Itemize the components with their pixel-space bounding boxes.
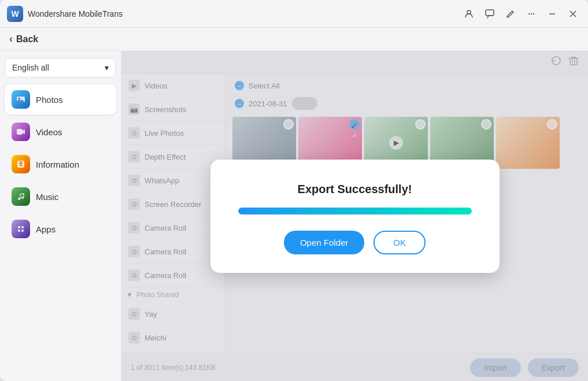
apps-icon (12, 220, 30, 238)
svg-point-4 (533, 13, 534, 14)
svg-point-19 (18, 230, 20, 232)
title-bar: W Wondershare MobileTrans (0, 0, 588, 28)
svg-point-17 (18, 226, 20, 228)
music-icon (12, 187, 30, 206)
svg-point-18 (21, 226, 24, 228)
modal-actions: Open Folder OK (284, 231, 426, 254)
menu-icon-btn[interactable] (523, 6, 539, 22)
main-content: ▶ Videos 📷 Screenshots ⊙ Live Photos ⊙ D… (121, 51, 588, 381)
sidebar-item-photos[interactable]: Photos (5, 84, 116, 114)
progress-bar-fill (238, 208, 472, 214)
chat-icon-btn[interactable] (482, 6, 498, 22)
svg-point-0 (467, 10, 471, 14)
dropdown-value: English all (12, 63, 49, 72)
content-area: English all ▾ Photos (0, 51, 588, 381)
progress-bar-container (238, 208, 472, 214)
svg-point-3 (531, 13, 532, 14)
videos-icon (12, 123, 30, 141)
sidebar-item-apps[interactable]: Apps (5, 214, 116, 244)
ok-button[interactable]: OK (373, 231, 426, 254)
sidebar-item-information-label: Information (36, 160, 79, 169)
modal-title: Export Successfully! (298, 183, 412, 196)
svg-point-20 (21, 230, 24, 232)
svg-rect-10 (17, 129, 23, 135)
sidebar-item-music[interactable]: Music (5, 182, 116, 212)
title-bar-controls (461, 6, 581, 22)
app-window: W Wondershare MobileTrans (0, 0, 588, 381)
information-icon (12, 155, 30, 173)
modal-overlay: Export Successfully! Open Folder OK (121, 51, 588, 381)
svg-point-2 (528, 13, 530, 14)
svg-rect-13 (19, 165, 23, 166)
person-icon-btn[interactable] (461, 6, 477, 22)
app-icon: W (7, 6, 23, 22)
sidebar-item-photos-label: Photos (36, 95, 63, 105)
back-label: Back (16, 34, 38, 45)
app-title: Wondershare MobileTrans (28, 9, 461, 19)
chevron-down-icon: ▾ (105, 63, 109, 72)
sidebar-item-apps-label: Apps (36, 224, 56, 234)
minimize-btn[interactable] (544, 6, 560, 22)
back-button[interactable]: ‹ Back (9, 33, 38, 45)
sidebar-item-music-label: Music (36, 192, 58, 202)
sidebar-item-videos-label: Videos (36, 127, 62, 137)
sidebar-item-videos[interactable]: Videos (5, 117, 116, 147)
close-btn[interactable] (565, 6, 581, 22)
photos-icon (12, 90, 30, 109)
svg-rect-14 (19, 162, 23, 163)
open-folder-button[interactable]: Open Folder (284, 231, 364, 254)
language-dropdown[interactable]: English all ▾ (5, 58, 116, 77)
back-header: ‹ Back (0, 28, 588, 51)
modal-box: Export Successfully! Open Folder OK (210, 160, 500, 273)
back-arrow-icon: ‹ (9, 33, 13, 45)
sidebar: English all ▾ Photos (0, 51, 121, 381)
sidebar-item-information[interactable]: Information (5, 149, 116, 179)
svg-rect-1 (486, 10, 494, 16)
svg-rect-12 (19, 163, 23, 164)
pen-icon-btn[interactable] (502, 6, 519, 22)
